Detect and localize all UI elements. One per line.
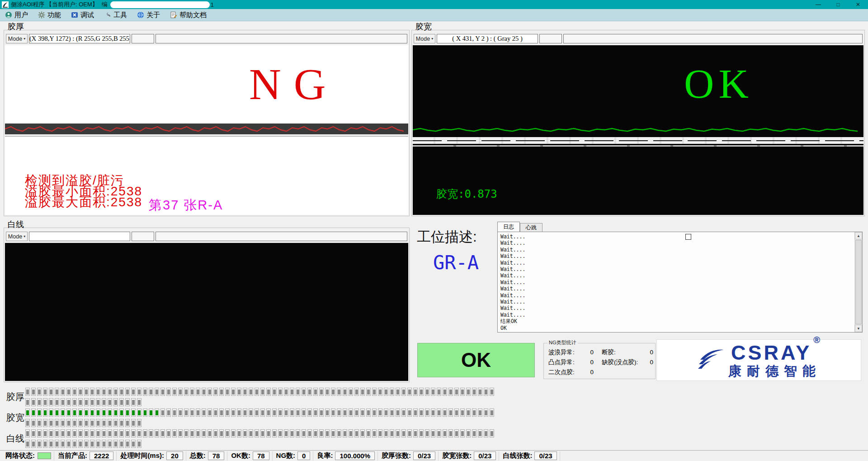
indicator-cell bbox=[401, 409, 406, 417]
log-line: Wait.... bbox=[500, 299, 854, 305]
indicator-cell bbox=[443, 388, 447, 396]
indicator-cell bbox=[478, 388, 482, 396]
indicator-cell bbox=[102, 429, 106, 437]
panel-glue-thickness: 胶厚 Mode ▾ (X 398,Y 1272) : (R 255,G 255,… bbox=[4, 30, 410, 216]
indicator-cell bbox=[231, 388, 236, 396]
scroll-down-icon[interactable]: ▼ bbox=[855, 325, 862, 332]
indicator-cell bbox=[137, 429, 142, 437]
menu-item-tools[interactable]: 工具 bbox=[99, 9, 132, 21]
indicator-cell bbox=[55, 398, 59, 406]
indicator-cell bbox=[66, 409, 71, 417]
glue-thickness-mode-dropdown[interactable]: Mode ▾ bbox=[6, 34, 28, 43]
close-button[interactable]: ✕ bbox=[848, 0, 868, 9]
indicator-cell bbox=[84, 409, 89, 417]
status-value: 0/23 bbox=[474, 451, 496, 460]
log-checkbox[interactable] bbox=[685, 234, 691, 240]
ng-stat-value: 0 bbox=[590, 367, 594, 377]
indicator-cell bbox=[260, 429, 265, 437]
status-value: 0 bbox=[297, 451, 310, 460]
indicator-cell bbox=[61, 429, 65, 437]
indicator-cell bbox=[237, 409, 241, 417]
indicator-cell bbox=[401, 388, 406, 396]
indicator-cell bbox=[37, 398, 42, 406]
log-tabs: 日志 心跳 bbox=[497, 222, 542, 232]
network-status-swatch bbox=[38, 452, 51, 459]
indicator-cell bbox=[360, 429, 365, 437]
indicator-cell bbox=[255, 409, 259, 417]
glue-width-mode-dropdown[interactable]: Mode ▾ bbox=[414, 34, 435, 43]
frame-index-overlay: 第37 张R-A bbox=[149, 196, 223, 214]
indicator-cell bbox=[166, 429, 171, 437]
glue-width-stripe bbox=[413, 137, 863, 144]
tab-heartbeat[interactable]: 心跳 bbox=[520, 223, 542, 232]
menu-item-helpdoc[interactable]: 帮助文档 bbox=[165, 9, 212, 21]
ng-stat-row: 波浪异常:0 bbox=[548, 347, 594, 357]
scroll-up-icon[interactable]: ▲ bbox=[855, 232, 862, 239]
indicator-cell bbox=[484, 409, 488, 417]
menu-item-debug[interactable]: 调试 bbox=[66, 9, 99, 21]
white-line-image[interactable] bbox=[5, 243, 408, 381]
indicator-cell bbox=[66, 440, 71, 448]
log-line: Wait.... bbox=[500, 247, 854, 253]
indicator-cell bbox=[72, 429, 77, 437]
indicator-cell bbox=[413, 388, 418, 396]
glue-width-toolbar: Mode ▾ ( X 431, Y 2 ) : ( Gray 25 ) bbox=[414, 34, 863, 43]
indicator-cell bbox=[119, 409, 124, 417]
result-ok-button[interactable]: OK bbox=[417, 343, 535, 377]
menu-item-label: 功能 bbox=[47, 11, 61, 19]
glue-width-image[interactable]: OK 胶宽:0.873 bbox=[413, 45, 863, 215]
indicator-cell bbox=[84, 429, 89, 437]
indicator-cell bbox=[61, 440, 65, 448]
indicator-cell bbox=[425, 429, 429, 437]
glue-width-long-field bbox=[563, 34, 863, 43]
chevron-down-icon: ▾ bbox=[431, 37, 433, 41]
indicator-cell bbox=[454, 388, 459, 396]
log-scrollbar[interactable]: ▲ ▼ bbox=[854, 232, 862, 332]
ng-stat-label: 断胶: bbox=[602, 347, 616, 357]
indicator-cell bbox=[319, 429, 324, 437]
indicator-cell bbox=[443, 409, 447, 417]
menu-item-about[interactable]: 关于 bbox=[132, 9, 165, 21]
indicator-cell bbox=[454, 409, 459, 417]
debug-icon bbox=[71, 11, 78, 19]
menu-item-function[interactable]: 功能 bbox=[33, 9, 66, 21]
indicator-cell bbox=[143, 388, 147, 396]
indicator-cell bbox=[131, 388, 136, 396]
minimize-button[interactable]: — bbox=[808, 0, 828, 9]
indicator-cell bbox=[343, 388, 347, 396]
white-line-mode-dropdown[interactable]: Mode ▾ bbox=[6, 232, 28, 241]
mode-label: Mode bbox=[8, 233, 22, 240]
scrollbar-thumb[interactable] bbox=[855, 240, 862, 324]
maximize-button[interactable]: □ bbox=[828, 0, 848, 9]
indicator-cell bbox=[137, 440, 142, 448]
redaction-blob bbox=[110, 1, 210, 8]
indicator-cell bbox=[113, 419, 118, 427]
indicator-cell bbox=[325, 388, 330, 396]
indicator-cell bbox=[125, 440, 130, 448]
app-icon bbox=[2, 1, 9, 8]
indicator-cell bbox=[401, 429, 406, 437]
menu-item-user[interactable]: 用户 bbox=[0, 9, 33, 21]
indicator-cell bbox=[384, 429, 388, 437]
user-icon bbox=[5, 11, 12, 19]
indicator-cell bbox=[96, 409, 100, 417]
indicator-cell bbox=[396, 388, 400, 396]
indicator-cell bbox=[125, 398, 130, 406]
indicator-cell bbox=[466, 409, 471, 417]
indicator-cell bbox=[354, 429, 359, 437]
indicator-cell bbox=[425, 388, 429, 396]
indicator-cell bbox=[313, 409, 318, 417]
indicator-cell bbox=[278, 409, 283, 417]
indicator-cell bbox=[490, 388, 494, 396]
status-product: 当前产品:2222 bbox=[54, 451, 117, 461]
status-label: NG数: bbox=[276, 451, 296, 460]
indicator-cell bbox=[113, 409, 118, 417]
log-line: Wait.... bbox=[500, 285, 854, 292]
indicator-cell bbox=[72, 419, 77, 427]
indicator-cell bbox=[425, 409, 429, 417]
indicator-cell bbox=[37, 440, 42, 448]
tab-log[interactable]: 日志 bbox=[497, 222, 520, 232]
glue-thickness-image[interactable]: NG 检测到溢胶/脏污 溢胶最小面积:2538 溢胶最大面积:2538 第37 … bbox=[5, 45, 408, 215]
indicator-cell bbox=[472, 388, 476, 396]
indicator-cell bbox=[360, 388, 365, 396]
